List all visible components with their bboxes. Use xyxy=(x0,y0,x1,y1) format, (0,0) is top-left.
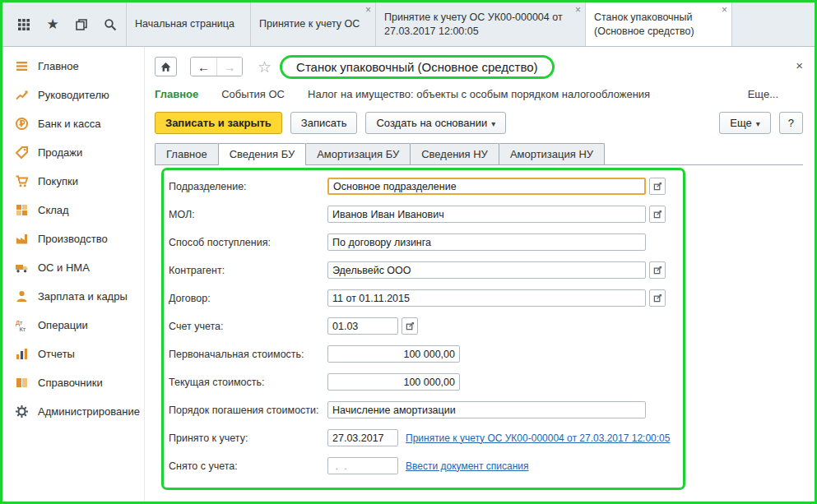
forward-button[interactable]: → xyxy=(216,58,242,76)
home-button[interactable] xyxy=(155,57,177,76)
sidebar-item-label: Банк и касса xyxy=(38,118,101,130)
tab-label: Начальная страница xyxy=(135,17,234,30)
sidebar-item-purchases[interactable]: Покупки xyxy=(2,167,144,196)
person-icon xyxy=(15,289,29,303)
form-nav-links: Главное События ОС Налог на имущество: о… xyxy=(155,83,815,104)
acceptance-document-link[interactable]: Принятие к учету ОС УК00-000004 от 27.03… xyxy=(406,432,670,444)
open-picker-button[interactable] xyxy=(649,178,666,195)
open-picker-button[interactable] xyxy=(649,206,666,223)
page-title: Станок упаковочный (Основное средство) xyxy=(280,55,555,79)
tab-accounting-depreciation[interactable]: Амортизация БУ xyxy=(305,143,411,164)
create-based-on-label: Создать на основании xyxy=(376,117,487,129)
open-link-icon xyxy=(653,182,662,191)
open-picker-button[interactable] xyxy=(649,261,666,279)
sidebar-item-label: Производство xyxy=(38,233,108,245)
current-cost-input[interactable] xyxy=(327,373,460,391)
form-row-mol: МОЛ: xyxy=(169,206,683,223)
quick-icons: ★ xyxy=(2,2,126,46)
field-label: Договор: xyxy=(169,293,327,304)
sidebar-item-label: Отчеты xyxy=(38,348,75,360)
counterparty-input[interactable] xyxy=(327,261,646,279)
favorites-star-icon[interactable]: ★ xyxy=(44,16,61,33)
sidebar-item-manager[interactable]: Руководителю xyxy=(2,81,144,109)
tab-accounting-info[interactable]: Сведения БУ xyxy=(218,143,307,164)
svg-text:Кт: Кт xyxy=(20,326,26,333)
contract-input[interactable] xyxy=(327,289,646,307)
sidebar-item-main[interactable]: Главное xyxy=(2,52,144,81)
accepted-date-input[interactable] xyxy=(327,429,398,446)
sidebar-item-directories[interactable]: Справочники xyxy=(2,368,144,397)
navlink-property-tax[interactable]: Налог на имущество: объекты с особым пор… xyxy=(308,88,650,100)
navlink-main[interactable]: Главное xyxy=(155,88,198,100)
sidebar-item-operations[interactable]: ДтКт Операции xyxy=(2,311,144,340)
back-button[interactable]: ← xyxy=(191,58,216,76)
field-label: МОЛ: xyxy=(169,209,327,220)
search-icon[interactable] xyxy=(102,16,118,33)
gear-icon xyxy=(15,405,29,418)
field-label: Порядок погашения стоимости: xyxy=(169,405,327,416)
close-icon[interactable]: × xyxy=(722,4,727,17)
initial-cost-input[interactable] xyxy=(327,345,460,363)
account-input[interactable] xyxy=(327,317,398,335)
sidebar-item-fixed-assets[interactable]: ОС и НМА xyxy=(2,253,144,282)
open-picker-button[interactable] xyxy=(649,289,666,307)
sidebar-item-label: Главное xyxy=(38,60,79,72)
close-icon[interactable]: × xyxy=(365,4,371,17)
sidebar-item-label: Продажи xyxy=(38,146,82,159)
form-row-contract: Договор: xyxy=(169,289,683,307)
window-tabs: Начальная страница Принятие к учету ОС ×… xyxy=(126,2,732,46)
cart-icon xyxy=(15,174,29,188)
tab-label: Станок упаковочный (Основное средство) xyxy=(594,11,718,38)
chevron-down-icon: ▾ xyxy=(756,119,760,128)
tab-acceptance-document[interactable]: Принятие к учету ОС УК00-000004 от 27.03… xyxy=(376,2,586,46)
tab-fixed-asset-card[interactable]: Станок упаковочный (Основное средство) × xyxy=(586,2,732,46)
sidebar-item-label: Справочники xyxy=(38,377,103,389)
tab-tax-info[interactable]: Сведения НУ xyxy=(410,143,499,164)
repayment-order-input[interactable] xyxy=(327,401,646,418)
navlink-more[interactable]: Еще... xyxy=(748,88,778,100)
sidebar-item-reports[interactable]: Отчеты xyxy=(2,340,144,368)
boxes-grid-icon xyxy=(15,203,29,217)
tab-main[interactable]: Главное xyxy=(155,143,219,164)
sidebar-item-warehouse[interactable]: Склад xyxy=(2,196,144,224)
sidebar-item-administration[interactable]: Администрирование xyxy=(2,397,144,426)
tab-start-page[interactable]: Начальная страница xyxy=(126,2,251,46)
navlink-events[interactable]: События ОС xyxy=(221,88,285,100)
create-writeoff-document-link[interactable]: Ввести документ списания xyxy=(406,460,528,472)
field-label: Текущая стоимость: xyxy=(169,377,327,388)
sidebar-item-sales[interactable]: Продажи xyxy=(2,138,144,167)
create-based-on-button[interactable]: Создать на основании▾ xyxy=(365,112,506,134)
sidebar-item-payroll[interactable]: Зарплата и кадры xyxy=(2,282,144,311)
open-picker-button[interactable] xyxy=(402,317,418,335)
form-row-repayment-order: Порядок погашения стоимости: xyxy=(169,401,683,418)
app-window: ★ Начальная страница Принятие к учету ОС… xyxy=(0,0,817,504)
open-link-icon xyxy=(406,321,415,331)
save-and-close-button[interactable]: Записать и закрыть xyxy=(155,112,282,134)
close-form-icon[interactable]: × xyxy=(796,58,803,72)
help-button[interactable]: ? xyxy=(779,112,803,134)
save-button[interactable]: Записать xyxy=(290,112,358,134)
department-input[interactable] xyxy=(327,178,646,195)
main-menu-icon[interactable] xyxy=(16,16,32,33)
tab-acceptance-list[interactable]: Принятие к учету ОС × xyxy=(251,2,376,46)
receipt-method-input[interactable] xyxy=(327,234,646,251)
form-row-accepted-date: Принято к учету: Принятие к учету ОС УК0… xyxy=(169,429,683,446)
history-windows-icon[interactable] xyxy=(73,16,90,33)
sidebar-item-bank-cash[interactable]: Банк и касса xyxy=(2,109,144,138)
add-favorite-star-icon[interactable]: ☆ xyxy=(258,58,272,76)
tab-tax-depreciation[interactable]: Амортизация НУ xyxy=(499,143,605,164)
open-link-icon xyxy=(653,210,662,219)
more-button[interactable]: Еще▾ xyxy=(719,112,770,134)
field-label: Способ поступления: xyxy=(169,237,327,248)
field-label: Принято к учету: xyxy=(169,432,327,444)
sidebar-item-label: Склад xyxy=(38,204,69,216)
form-row-current-cost: Текущая стоимость: xyxy=(169,373,683,391)
form-row-department: Подразделение: xyxy=(169,178,683,195)
field-label: Подразделение: xyxy=(169,181,327,192)
responsible-person-input[interactable] xyxy=(327,206,646,223)
sidebar-item-production[interactable]: Производство xyxy=(2,224,144,253)
written-off-date-input[interactable] xyxy=(327,457,398,474)
sidebar-item-label: Покупки xyxy=(38,175,78,187)
close-icon[interactable]: × xyxy=(575,4,581,17)
tab-label: Принятие к учету ОС xyxy=(259,17,360,30)
